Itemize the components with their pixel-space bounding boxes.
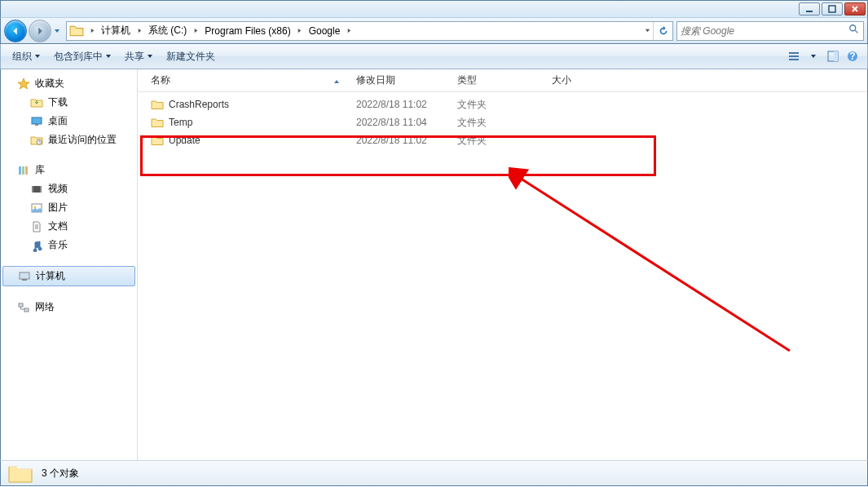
col-label: 大小 <box>552 74 571 86</box>
breadcrumb[interactable]: Program Files (x86) <box>201 22 293 40</box>
cell-date: 2022/8/18 11:04 <box>351 117 452 128</box>
sort-indicator-icon <box>333 75 340 86</box>
cell-date: 2022/8/18 11:02 <box>351 99 452 110</box>
pictures-icon <box>30 201 43 215</box>
sidebar-computer[interactable]: 计算机 <box>2 266 135 286</box>
svg-rect-1 <box>829 6 835 12</box>
sidebar-item-pictures[interactable]: 图片 <box>1 198 137 217</box>
maximize-button[interactable] <box>822 2 843 15</box>
sidebar-item-desktop[interactable]: 桌面 <box>1 112 137 131</box>
search-icon <box>848 24 860 38</box>
svg-rect-10 <box>32 117 42 124</box>
file-list: 名称 修改日期 类型 大小 CrashReports2022/8/18 11:0… <box>138 69 867 460</box>
refresh-button[interactable] <box>653 22 672 40</box>
breadcrumb[interactable]: 系统 (C:) <box>145 22 190 40</box>
sidebar-item-video[interactable]: 视频 <box>1 179 137 198</box>
organize-menu[interactable]: 组织 <box>6 44 47 69</box>
tool-label: 共享 <box>125 50 144 64</box>
tool-label: 组织 <box>12 50 32 64</box>
addr-dropdown[interactable] <box>641 22 653 40</box>
sidebar-network[interactable]: 网络 <box>1 298 137 317</box>
svg-rect-13 <box>19 166 21 175</box>
chevron-right-icon[interactable] <box>190 22 201 40</box>
svg-rect-4 <box>789 55 799 57</box>
library-icon <box>17 164 30 177</box>
new-folder-button[interactable]: 新建文件夹 <box>160 44 222 69</box>
col-date[interactable]: 修改日期 <box>351 73 452 87</box>
history-dropdown[interactable] <box>51 28 63 34</box>
svg-rect-0 <box>806 11 813 12</box>
col-size[interactable]: 大小 <box>547 73 612 87</box>
forward-button[interactable] <box>29 20 51 42</box>
cell-type: 文件夹 <box>452 98 547 112</box>
address-bar[interactable]: 计算机 系统 (C:) Program Files (x86) Google <box>66 21 673 41</box>
svg-rect-7 <box>834 51 838 61</box>
svg-rect-15 <box>25 166 28 175</box>
cell-date: 2022/8/18 11:02 <box>351 135 452 146</box>
include-menu[interactable]: 包含到库中 <box>47 44 118 69</box>
table-row[interactable]: CrashReports2022/8/18 11:02文件夹 <box>138 95 867 113</box>
chevron-right-icon[interactable] <box>134 22 145 40</box>
breadcrumb-label: 系统 (C:) <box>148 24 187 38</box>
col-type[interactable]: 类型 <box>452 73 547 87</box>
sidebar-item-label: 视频 <box>48 182 68 196</box>
svg-rect-23 <box>19 303 23 307</box>
view-button[interactable] <box>784 44 804 69</box>
sidebar-item-label: 图片 <box>48 201 68 215</box>
status-text: 3 个对象 <box>42 467 79 480</box>
downloads-icon <box>30 96 43 109</box>
cell-type: 文件夹 <box>452 116 547 130</box>
video-icon <box>30 183 43 196</box>
breadcrumb-label: 计算机 <box>101 24 130 38</box>
cell-name: Temp <box>169 117 192 128</box>
share-menu[interactable]: 共享 <box>118 44 160 69</box>
preview-pane-button[interactable] <box>823 44 843 69</box>
sidebar-label: 计算机 <box>36 269 65 283</box>
table-row[interactable]: Update2022/8/18 11:02文件夹 <box>138 131 867 149</box>
close-button[interactable] <box>844 2 866 15</box>
sidebar-label: 库 <box>35 163 45 177</box>
table-row[interactable]: Temp2022/8/18 11:04文件夹 <box>138 113 867 131</box>
chevron-down-icon <box>34 51 41 62</box>
chevron-right-icon[interactable] <box>86 22 98 40</box>
help-button[interactable]: ? <box>843 44 862 69</box>
chevron-down-icon <box>105 51 112 62</box>
cell-name: Update <box>169 135 200 146</box>
svg-rect-24 <box>24 308 29 312</box>
titlebar <box>0 0 868 17</box>
network-icon <box>17 301 30 314</box>
sidebar-label: 收藏夹 <box>35 77 64 91</box>
sidebar-item-label: 音乐 <box>48 238 68 252</box>
column-headers: 名称 修改日期 类型 大小 <box>138 69 867 92</box>
breadcrumb[interactable]: Google <box>306 22 344 40</box>
sidebar-item-downloads[interactable]: 下载 <box>1 93 137 112</box>
folder-icon <box>151 134 164 147</box>
sidebar-libraries[interactable]: 库 <box>1 161 137 179</box>
sidebar-item-recent[interactable]: 最近访问的位置 <box>1 131 137 149</box>
back-button[interactable] <box>4 20 27 42</box>
breadcrumb[interactable]: 计算机 <box>98 22 134 40</box>
sidebar-item-label: 文档 <box>48 219 68 233</box>
col-label: 名称 <box>151 73 170 87</box>
svg-rect-14 <box>22 166 24 175</box>
col-label: 类型 <box>457 74 477 86</box>
chevron-right-icon[interactable] <box>343 22 355 40</box>
svg-rect-3 <box>789 52 799 54</box>
sidebar-item-music[interactable]: 音乐 <box>1 236 137 255</box>
view-dropdown[interactable] <box>804 44 823 69</box>
sidebar-favorites[interactable]: 收藏夹 <box>1 74 137 93</box>
body: 收藏夹 下载 桌面 最近访问的位置 库 视频 <box>0 69 868 460</box>
minimize-button[interactable] <box>799 2 820 15</box>
sidebar-item-label: 下载 <box>48 95 68 109</box>
cell-name: CrashReports <box>169 99 229 110</box>
desktop-icon <box>30 115 43 128</box>
svg-point-2 <box>850 25 856 31</box>
search-input[interactable] <box>681 25 848 37</box>
chevron-right-icon[interactable] <box>294 22 306 40</box>
search-box[interactable] <box>676 21 864 41</box>
col-name[interactable]: 名称 <box>146 73 351 87</box>
svg-rect-5 <box>789 59 799 60</box>
star-icon <box>17 77 30 91</box>
sidebar-item-documents[interactable]: 文档 <box>1 217 137 236</box>
col-label: 修改日期 <box>356 74 395 86</box>
